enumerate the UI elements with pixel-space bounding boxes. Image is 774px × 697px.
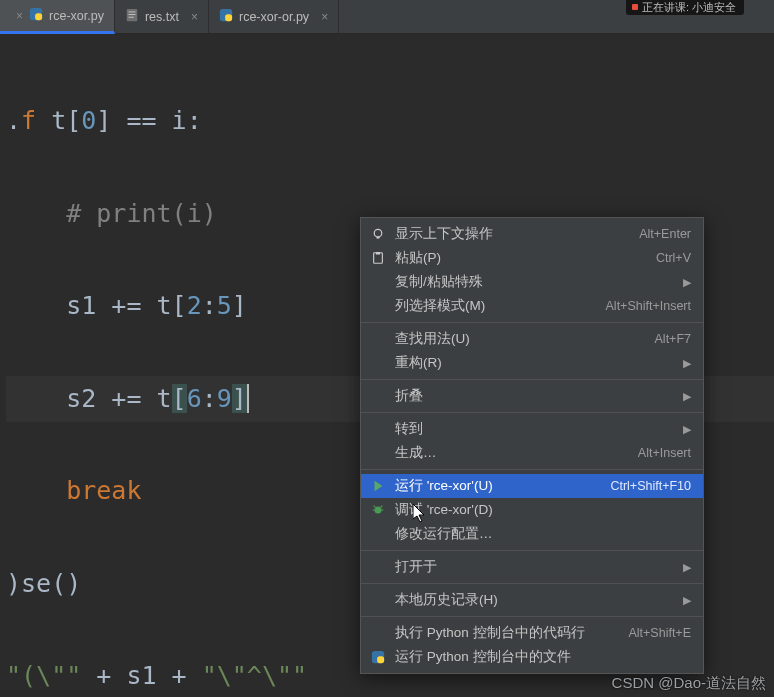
- svg-marker-12: [375, 481, 383, 492]
- menu-find-usages[interactable]: 查找用法(U) Alt+F7: [361, 327, 703, 351]
- menu-open-in[interactable]: 打开于 ▶: [361, 555, 703, 579]
- menu-label: 生成…: [395, 444, 630, 462]
- svg-rect-9: [377, 237, 380, 239]
- menu-debug-config[interactable]: 调试 'rce-xor'(D): [361, 498, 703, 522]
- status-text: 正在讲课: 小迪安全: [642, 0, 736, 15]
- python-file-icon: [29, 7, 43, 24]
- tab-label: rce-xor.py: [49, 9, 104, 23]
- menu-label: 执行 Python 控制台中的代码行: [395, 624, 620, 642]
- chevron-right-icon: ▶: [677, 561, 691, 574]
- menu-label: 折叠: [395, 387, 669, 405]
- menu-label: 修改运行配置…: [395, 525, 691, 543]
- menu-shortcut: Alt+Enter: [639, 227, 691, 241]
- menu-refactor[interactable]: 重构(R) ▶: [361, 351, 703, 375]
- svg-rect-3: [128, 12, 135, 13]
- menu-column-select[interactable]: 列选择模式(M) Alt+Shift+Insert: [361, 294, 703, 318]
- menu-label: 列选择模式(M): [395, 297, 598, 315]
- menu-shortcut: Alt+Insert: [638, 446, 691, 460]
- menu-paste[interactable]: 粘贴(P) Ctrl+V: [361, 246, 703, 270]
- debug-icon: [369, 503, 387, 517]
- svg-point-8: [374, 229, 382, 237]
- menu-separator: [361, 550, 703, 551]
- menu-label: 粘贴(P): [395, 249, 648, 267]
- svg-rect-1: [35, 13, 42, 20]
- tab-rce-xor[interactable]: × rce-xor.py: [0, 0, 115, 34]
- menu-edit-run-config[interactable]: 修改运行配置…: [361, 522, 703, 546]
- menu-separator: [361, 469, 703, 470]
- menu-shortcut: Ctrl+V: [656, 251, 691, 265]
- menu-label: 查找用法(U): [395, 330, 647, 348]
- close-icon[interactable]: ×: [10, 9, 23, 23]
- svg-rect-7: [225, 14, 232, 21]
- python-file-icon: [369, 650, 387, 664]
- tab-label: rce-xor-or.py: [239, 10, 309, 24]
- chevron-right-icon: ▶: [677, 390, 691, 403]
- chevron-right-icon: ▶: [677, 594, 691, 607]
- menu-exec-line-console[interactable]: 执行 Python 控制台中的代码行 Alt+Shift+E: [361, 621, 703, 645]
- menu-separator: [361, 412, 703, 413]
- svg-point-13: [375, 507, 382, 514]
- close-icon[interactable]: ×: [185, 10, 198, 24]
- menu-show-context-actions[interactable]: 显示上下文操作 Alt+Enter: [361, 222, 703, 246]
- menu-run-config[interactable]: 运行 'rce-xor'(U) Ctrl+Shift+F10: [361, 474, 703, 498]
- paste-icon: [369, 251, 387, 265]
- svg-line-16: [374, 506, 376, 508]
- run-icon: [369, 479, 387, 493]
- text-file-icon: [125, 8, 139, 25]
- menu-label: 显示上下文操作: [395, 225, 631, 243]
- menu-goto[interactable]: 转到 ▶: [361, 417, 703, 441]
- editor-context-menu: 显示上下文操作 Alt+Enter 粘贴(P) Ctrl+V 复制/粘贴特殊 ▶…: [360, 217, 704, 674]
- streaming-status-pill: 正在讲课: 小迪安全: [626, 0, 744, 15]
- menu-shortcut: Alt+Shift+Insert: [606, 299, 691, 313]
- menu-shortcut: Alt+F7: [655, 332, 691, 346]
- svg-rect-11: [376, 252, 380, 255]
- menu-fold[interactable]: 折叠 ▶: [361, 384, 703, 408]
- menu-separator: [361, 322, 703, 323]
- menu-separator: [361, 379, 703, 380]
- tab-res-txt[interactable]: res.txt ×: [115, 0, 209, 33]
- menu-copy-paste-special[interactable]: 复制/粘贴特殊 ▶: [361, 270, 703, 294]
- menu-label: 复制/粘贴特殊: [395, 273, 669, 291]
- chevron-right-icon: ▶: [677, 357, 691, 370]
- bulb-icon: [369, 227, 387, 241]
- menu-label: 打开于: [395, 558, 669, 576]
- svg-rect-5: [128, 17, 133, 18]
- menu-shortcut: Alt+Shift+E: [628, 626, 691, 640]
- menu-label: 调试 'rce-xor'(D): [395, 501, 691, 519]
- chevron-right-icon: ▶: [677, 276, 691, 289]
- menu-shortcut: Ctrl+Shift+F10: [610, 479, 691, 493]
- close-icon[interactable]: ×: [315, 10, 328, 24]
- svg-rect-4: [128, 14, 135, 15]
- menu-label: 转到: [395, 420, 669, 438]
- menu-label: 运行 'rce-xor'(U): [395, 477, 602, 495]
- tab-rce-xor-or[interactable]: rce-xor-or.py ×: [209, 0, 339, 33]
- menu-separator: [361, 616, 703, 617]
- menu-separator: [361, 583, 703, 584]
- svg-line-17: [381, 506, 383, 508]
- menu-run-file-console[interactable]: 运行 Python 控制台中的文件: [361, 645, 703, 669]
- menu-local-history[interactable]: 本地历史记录(H) ▶: [361, 588, 703, 612]
- menu-label: 本地历史记录(H): [395, 591, 669, 609]
- python-file-icon: [219, 8, 233, 25]
- menu-label: 运行 Python 控制台中的文件: [395, 648, 691, 666]
- menu-generate[interactable]: 生成… Alt+Insert: [361, 441, 703, 465]
- tab-label: res.txt: [145, 10, 179, 24]
- chevron-right-icon: ▶: [677, 423, 691, 436]
- svg-rect-19: [377, 656, 384, 663]
- menu-label: 重构(R): [395, 354, 669, 372]
